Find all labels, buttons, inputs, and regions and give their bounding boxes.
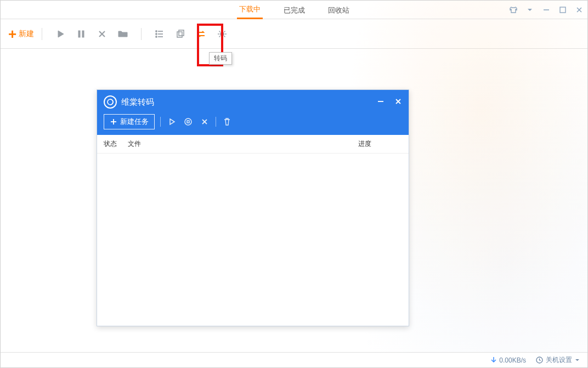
clock-icon — [536, 356, 543, 364]
skin-icon[interactable] — [508, 5, 518, 15]
plus-icon — [110, 118, 117, 126]
svg-point-23 — [185, 118, 191, 125]
separator — [160, 117, 161, 127]
tab-recycle[interactable]: 回收站 — [326, 1, 352, 19]
dialog-column-headers: 状态 文件 进度 — [97, 135, 409, 154]
plus-icon: + — [8, 29, 16, 39]
dialog-minimize-icon[interactable] — [377, 98, 385, 107]
settings-icon[interactable] — [216, 28, 228, 40]
dialog-trash-icon[interactable] — [222, 116, 233, 127]
status-bar: 0.00KB/s 关机设置 — [1, 352, 587, 367]
svg-point-13 — [156, 36, 157, 37]
delete-icon[interactable] — [96, 28, 108, 40]
close-icon[interactable] — [574, 5, 584, 15]
window-controls — [508, 1, 584, 19]
new-button[interactable]: + 新建 — [8, 29, 34, 39]
shutdown-settings[interactable]: 关机设置 — [536, 355, 580, 365]
svg-point-16 — [220, 32, 224, 36]
svg-rect-24 — [187, 121, 189, 123]
col-file: 文件 — [128, 139, 358, 149]
app-logo-icon — [104, 95, 117, 109]
separator — [141, 28, 142, 40]
svg-rect-4 — [78, 31, 80, 37]
download-speed-value: 0.00KB/s — [499, 356, 526, 364]
pause-icon[interactable] — [75, 28, 87, 40]
new-button-label: 新建 — [19, 29, 34, 39]
dialog-play-icon[interactable] — [166, 116, 177, 127]
separator — [42, 28, 42, 40]
list-icon[interactable] — [154, 28, 166, 40]
folder-icon[interactable] — [117, 28, 129, 40]
col-status: 状态 — [104, 139, 128, 149]
shutdown-settings-label: 关机设置 — [546, 355, 572, 365]
tab-completed[interactable]: 已完成 — [281, 1, 307, 19]
dialog-delete-icon[interactable] — [199, 116, 210, 127]
chevron-down-icon — [575, 358, 580, 363]
svg-rect-1 — [560, 7, 566, 13]
copy-icon[interactable] — [174, 28, 186, 40]
download-speed[interactable]: 0.00KB/s — [491, 356, 526, 364]
tooltip-transcode: 转码 — [209, 52, 232, 65]
main-toolbar: + 新建 — [1, 19, 587, 49]
maximize-icon[interactable] — [558, 5, 568, 15]
minimize-icon[interactable] — [541, 5, 551, 15]
transcode-dialog: 维棠转码 新建任务 — [97, 89, 409, 326]
top-tabs-bar: 下载中 已完成 回收站 — [1, 1, 587, 19]
dialog-title: 维棠转码 — [121, 97, 154, 107]
play-icon[interactable] — [54, 28, 66, 40]
dialog-new-task-label: 新建任务 — [120, 117, 149, 127]
tab-downloading[interactable]: 下载中 — [237, 0, 263, 19]
col-progress: 进度 — [358, 139, 402, 149]
svg-point-12 — [156, 33, 157, 35]
svg-rect-14 — [177, 32, 182, 37]
download-arrow-icon — [491, 357, 496, 364]
separator — [216, 117, 216, 127]
dropdown-icon[interactable] — [525, 5, 535, 15]
transcode-icon[interactable] — [195, 28, 207, 40]
dialog-header: 维棠转码 新建任务 — [97, 90, 409, 135]
svg-point-11 — [156, 31, 157, 32]
svg-rect-15 — [179, 30, 184, 36]
dialog-new-task-button[interactable]: 新建任务 — [104, 114, 155, 129]
svg-rect-5 — [82, 31, 84, 37]
dialog-stop-icon[interactable] — [183, 116, 194, 127]
dialog-close-icon[interactable] — [394, 98, 402, 107]
